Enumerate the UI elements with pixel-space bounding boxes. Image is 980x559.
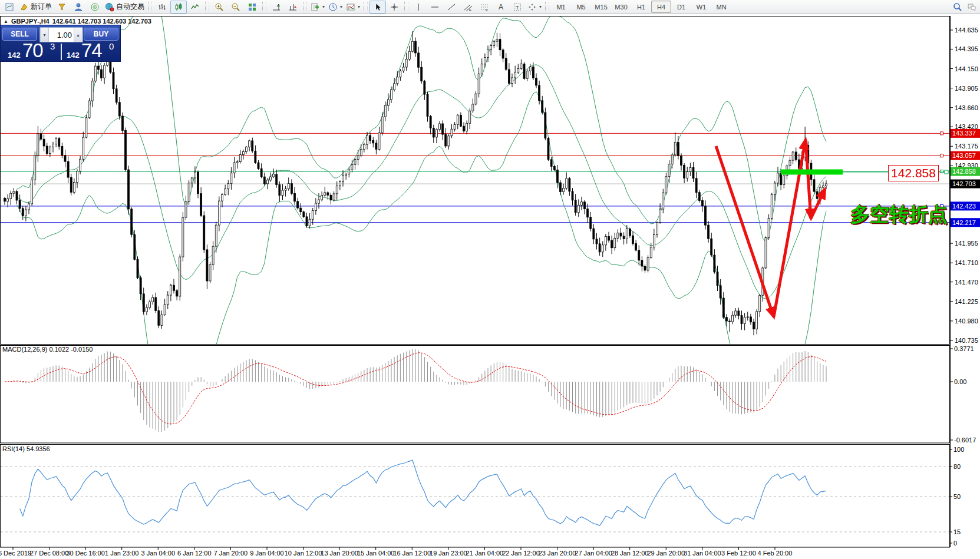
svg-text:143.175: 143.175 [955, 143, 978, 150]
buy-price-base: 142 [67, 51, 80, 59]
svg-text:1 Jan 23:00: 1 Jan 23:00 [105, 550, 139, 557]
svg-text:80: 80 [953, 463, 961, 470]
collapse-triangle-icon[interactable]: ▲ [4, 19, 8, 24]
svg-text:9 Jan 04:00: 9 Jan 04:00 [250, 550, 284, 557]
svg-text:3 Jan 04:00: 3 Jan 04:00 [141, 550, 176, 557]
svg-text:0.3771: 0.3771 [954, 345, 974, 352]
svg-text:7 Jan 20:00: 7 Jan 20:00 [214, 550, 248, 557]
svg-text:31 Jan 04:00: 31 Jan 04:00 [684, 550, 721, 557]
svg-text:28 Jan 12:00: 28 Jan 12:00 [611, 550, 649, 557]
rsi-label: RSI(14) 54.9356 [2, 445, 50, 452]
buy-price-big: 74 [81, 39, 102, 62]
price-divider [61, 44, 62, 60]
svg-text:22 Jan 12:00: 22 Jan 12:00 [502, 550, 540, 557]
svg-text:16 Jan 12:00: 16 Jan 12:00 [393, 550, 431, 557]
svg-text:13 Jan 20:00: 13 Jan 20:00 [321, 550, 358, 557]
svg-text:142.423: 142.423 [952, 203, 976, 210]
svg-text:140.980: 140.980 [955, 317, 978, 325]
svg-text:10 Jan 12:00: 10 Jan 12:00 [285, 550, 322, 557]
svg-text:143.337: 143.337 [952, 130, 976, 137]
svg-text:140.735: 140.735 [955, 337, 978, 344]
svg-text:27 Jan 04:00: 27 Jan 04:00 [575, 550, 612, 557]
svg-text:144.635: 144.635 [955, 27, 978, 34]
chart-canvas[interactable]: 144.635144.395144.150143.905143.660143.4… [0, 0, 980, 559]
green-line-handle[interactable] [945, 170, 948, 174]
volume-field: ▾ ▴ [39, 27, 83, 42]
svg-text:141.470: 141.470 [955, 279, 978, 286]
symbol-name: GBPJPY-,H4 [11, 18, 50, 25]
price-level-label[interactable]: 142.858 [888, 165, 939, 181]
svg-text:144.395: 144.395 [955, 45, 978, 52]
svg-text:21 Jan 04:00: 21 Jan 04:00 [466, 550, 504, 557]
one-click-trading-panel: SELL ▾ ▴ BUY 142 70 3 142 74 0 [0, 25, 121, 62]
buy-price-sup: 0 [109, 41, 114, 51]
svg-text:15 Jan 04:00: 15 Jan 04:00 [357, 550, 395, 557]
time-axis: 26 Dec 201927 Dec 08:0030 Dec 16:001 Jan… [0, 547, 792, 557]
svg-text:141.225: 141.225 [955, 298, 978, 305]
sell-price-base: 142 [8, 51, 21, 59]
sell-price-big: 70 [22, 39, 43, 62]
macd-label: MACD(12,26,9) 0.1022 -0.0150 [2, 346, 93, 353]
svg-text:3 Feb 12:00: 3 Feb 12:00 [721, 550, 756, 557]
svg-text:100: 100 [953, 446, 964, 453]
symbol-ohlc: 142.641 142.703 142.603 142.703 [52, 18, 151, 25]
svg-text:142.703: 142.703 [952, 180, 976, 187]
svg-text:142.858: 142.858 [952, 168, 976, 175]
svg-text:23 Jan 20:00: 23 Jan 20:00 [539, 550, 576, 557]
svg-text:143.057: 143.057 [952, 152, 976, 159]
svg-text:141.955: 141.955 [955, 240, 978, 247]
svg-text:6 Jan 12:00: 6 Jan 12:00 [177, 550, 212, 557]
svg-text:26 Dec 2019: 26 Dec 2019 [0, 550, 31, 557]
buy-button[interactable]: BUY [84, 28, 118, 41]
sell-price-sup: 3 [50, 41, 55, 51]
sell-button[interactable]: SELL [2, 28, 37, 41]
svg-text:50: 50 [953, 493, 961, 500]
svg-text:143.660: 143.660 [955, 104, 978, 111]
svg-text:144.150: 144.150 [955, 65, 978, 72]
svg-text:-0.6017: -0.6017 [954, 436, 976, 444]
svg-text:0: 0 [953, 540, 957, 547]
svg-text:141.710: 141.710 [955, 259, 978, 266]
svg-text:29 Jan 20:00: 29 Jan 20:00 [647, 550, 685, 557]
svg-text:0.00: 0.00 [954, 378, 966, 385]
volume-input[interactable] [49, 28, 74, 42]
thick-green-level-bar[interactable] [781, 170, 843, 175]
svg-text:4 Feb 20:00: 4 Feb 20:00 [758, 550, 793, 557]
svg-text:15: 15 [953, 528, 961, 535]
svg-text:142.217: 142.217 [952, 219, 976, 226]
svg-text:19 Jan 23:00: 19 Jan 23:00 [430, 550, 467, 557]
symbol-info: ▲ GBPJPY-,H4 142.641 142.703 142.603 142… [4, 18, 151, 25]
svg-text:30 Dec 16:00: 30 Dec 16:00 [66, 550, 104, 557]
svg-text:27 Dec 08:00: 27 Dec 08:00 [30, 550, 68, 557]
svg-text:143.905: 143.905 [955, 85, 978, 92]
turning-point-annotation[interactable]: 多空转折点 [850, 201, 948, 228]
